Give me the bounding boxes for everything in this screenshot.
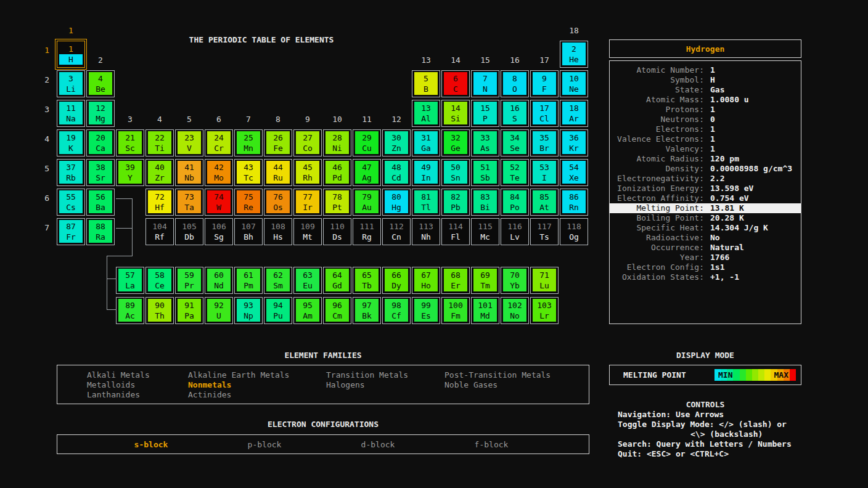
family-item-metalloids[interactable]: Metalloids <box>87 380 188 390</box>
element-cell-nh[interactable]: 113Nh <box>412 218 440 245</box>
element-cell-fr[interactable]: 87Fr <box>57 218 85 245</box>
element-cell-i[interactable]: 53I <box>530 159 559 186</box>
element-cell-k[interactable]: 19K <box>57 129 85 157</box>
element-cell-p[interactable]: 15P <box>471 100 499 127</box>
family-item-lanthanides[interactable]: Lanthanides <box>87 390 188 400</box>
element-cell-cf[interactable]: 98Cf <box>382 297 411 324</box>
element-cell-s[interactable]: 16S <box>501 100 529 127</box>
config-item-d-block[interactable]: d-block <box>321 440 435 449</box>
element-cell-nd[interactable]: 60Nd <box>205 267 233 294</box>
element-cell-v[interactable]: 23V <box>175 129 203 157</box>
element-cell-am[interactable]: 95Am <box>293 297 322 324</box>
element-cell-ra[interactable]: 88Ra <box>86 218 115 245</box>
element-cell-rg[interactable]: 111Rg <box>353 218 381 245</box>
element-cell-pa[interactable]: 91Pa <box>175 297 203 324</box>
element-cell-ac[interactable]: 89Ac <box>116 297 144 324</box>
element-cell-tm[interactable]: 69Tm <box>471 267 499 294</box>
config-item-s-block[interactable]: s-block <box>94 440 208 449</box>
family-item-transition-metals[interactable]: Transition Metals <box>326 370 444 380</box>
element-cell-db[interactable]: 105Db <box>175 218 203 245</box>
element-cell-gd[interactable]: 64Gd <box>323 267 351 294</box>
family-item-nonmetals[interactable]: Nonmetals <box>188 380 326 390</box>
element-cell-hf[interactable]: 72Hf <box>145 189 174 216</box>
element-cell-sc[interactable]: 21Sc <box>116 129 144 157</box>
element-cell-pm[interactable]: 61Pm <box>234 267 263 294</box>
element-cell-re[interactable]: 75Re <box>234 189 263 216</box>
element-cell-og[interactable]: 118Og <box>560 218 588 245</box>
element-cell-se[interactable]: 34Se <box>501 129 529 157</box>
config-item-p-block[interactable]: p-block <box>208 440 321 449</box>
element-cell-ds[interactable]: 110Ds <box>323 218 351 245</box>
element-cell-rb[interactable]: 37Rb <box>57 159 85 186</box>
element-cell-ca[interactable]: 20Ca <box>86 129 115 157</box>
element-cell-ir[interactable]: 77Ir <box>293 189 322 216</box>
element-cell-sn[interactable]: 50Sn <box>441 159 470 186</box>
element-cell-sr[interactable]: 38Sr <box>86 159 115 186</box>
element-cell-ba[interactable]: 56Ba <box>86 189 115 216</box>
element-cell-sg[interactable]: 106Sg <box>205 218 233 245</box>
element-cell-rn[interactable]: 86Rn <box>560 189 588 216</box>
element-cell-rh[interactable]: 45Rh <box>293 159 322 186</box>
element-cell-li[interactable]: 3Li <box>57 70 85 97</box>
element-cell-os[interactable]: 76Os <box>264 189 292 216</box>
element-cell-tc[interactable]: 43Tc <box>234 159 263 186</box>
element-cell-sb[interactable]: 51Sb <box>471 159 499 186</box>
element-cell-mo[interactable]: 42Mo <box>205 159 233 186</box>
element-cell-br[interactable]: 35Br <box>530 129 559 157</box>
element-cell-hs[interactable]: 108Hs <box>264 218 292 245</box>
element-cell-pu[interactable]: 94Pu <box>264 297 292 324</box>
element-cell-in[interactable]: 49In <box>412 159 440 186</box>
element-cell-as[interactable]: 33As <box>471 129 499 157</box>
element-cell-hg[interactable]: 80Hg <box>382 189 411 216</box>
element-cell-ni[interactable]: 28Ni <box>323 129 351 157</box>
element-cell-ti[interactable]: 22Ti <box>145 129 174 157</box>
element-cell-te[interactable]: 52Te <box>501 159 529 186</box>
element-cell-cl[interactable]: 17Cl <box>530 100 559 127</box>
element-cell-rf[interactable]: 104Rf <box>145 218 174 245</box>
element-cell-bi[interactable]: 83Bi <box>471 189 499 216</box>
element-cell-tl[interactable]: 81Tl <box>412 189 440 216</box>
element-cell-o[interactable]: 8O <box>501 70 529 97</box>
element-cell-pr[interactable]: 59Pr <box>175 267 203 294</box>
element-cell-cn[interactable]: 112Cn <box>382 218 411 245</box>
element-cell-co[interactable]: 27Co <box>293 129 322 157</box>
element-cell-bh[interactable]: 107Bh <box>234 218 263 245</box>
element-cell-cs[interactable]: 55Cs <box>57 189 85 216</box>
element-cell-kr[interactable]: 36Kr <box>560 129 588 157</box>
family-item-alkali-metals[interactable]: Alkali Metals <box>87 370 188 380</box>
element-cell-ga[interactable]: 31Ga <box>412 129 440 157</box>
family-item-actinides[interactable]: Actinides <box>188 390 326 400</box>
element-cell-ge[interactable]: 32Ge <box>441 129 470 157</box>
element-cell-b[interactable]: 5B <box>412 70 440 97</box>
element-cell-ag[interactable]: 47Ag <box>353 159 381 186</box>
family-item-alkaline-earth-metals[interactable]: Alkaline Earth Metals <box>188 370 326 380</box>
element-cell-tb[interactable]: 65Tb <box>353 267 381 294</box>
element-cell-er[interactable]: 68Er <box>441 267 470 294</box>
element-cell-w[interactable]: 74W <box>205 189 233 216</box>
element-cell-n[interactable]: 7N <box>471 70 499 97</box>
element-cell-lu[interactable]: 71Lu <box>530 267 559 294</box>
element-cell-ne[interactable]: 10Ne <box>560 70 588 97</box>
family-item-noble-gases[interactable]: Noble Gases <box>444 380 589 390</box>
element-cell-h[interactable]: 1H <box>57 41 85 68</box>
element-cell-pt[interactable]: 78Pt <box>323 189 351 216</box>
element-cell-md[interactable]: 101Md <box>471 297 499 324</box>
element-cell-zr[interactable]: 40Zr <box>145 159 174 186</box>
family-item-halogens[interactable]: Halogens <box>326 380 444 390</box>
element-cell-si[interactable]: 14Si <box>441 100 470 127</box>
element-cell-mg[interactable]: 12Mg <box>86 100 115 127</box>
element-cell-ar[interactable]: 18Ar <box>560 100 588 127</box>
element-cell-cu[interactable]: 29Cu <box>353 129 381 157</box>
element-cell-mn[interactable]: 25Mn <box>234 129 263 157</box>
element-cell-be[interactable]: 4Be <box>86 70 115 97</box>
element-cell-no[interactable]: 102No <box>501 297 529 324</box>
element-cell-fm[interactable]: 100Fm <box>441 297 470 324</box>
element-cell-f[interactable]: 9F <box>530 70 559 97</box>
element-cell-ts[interactable]: 117Ts <box>530 218 559 245</box>
family-item-post-transition-metals[interactable]: Post-Transition Metals <box>444 370 589 380</box>
element-cell-sm[interactable]: 62Sm <box>264 267 292 294</box>
element-cell-bk[interactable]: 97Bk <box>353 297 381 324</box>
element-cell-po[interactable]: 84Po <box>501 189 529 216</box>
element-cell-he[interactable]: 2He <box>560 41 588 68</box>
element-cell-na[interactable]: 11Na <box>57 100 85 127</box>
